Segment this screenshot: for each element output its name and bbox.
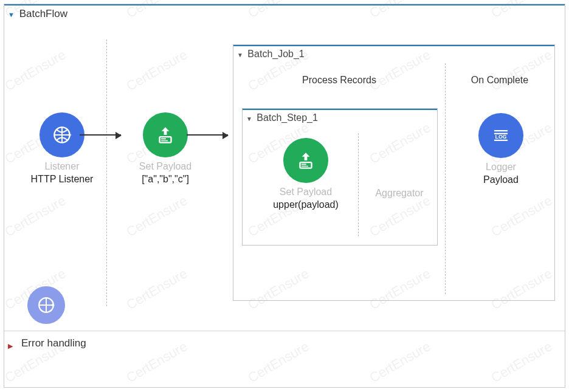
on-complete-title: On Complete — [445, 63, 554, 86]
log-icon: LOG — [478, 113, 523, 158]
batch-step-title: Batch_Step_1 — [257, 112, 318, 123]
error-handling-section[interactable]: ▶ Error handling — [4, 331, 565, 356]
step-set-payload-type: Set Payload — [257, 187, 354, 198]
flow-title: BatchFlow — [19, 8, 67, 19]
set-payload-type: Set Payload — [120, 161, 211, 172]
arrow-payload-to-batch — [187, 134, 228, 136]
listener-type: Listener — [16, 161, 108, 172]
batch-job-panel[interactable]: ▼ Batch_Job_1 Process Records On Complet… — [233, 44, 555, 301]
oncomplete-divider — [445, 63, 446, 294]
logger-node[interactable]: LOG Logger Payload — [452, 113, 550, 186]
globe-icon — [40, 112, 84, 157]
svg-text:LOG: LOG — [495, 134, 507, 140]
globe-error-icon — [27, 286, 65, 324]
batch-job-header[interactable]: ▼ Batch_Job_1 — [233, 45, 554, 61]
error-source-node[interactable] — [27, 286, 65, 328]
collapse-icon[interactable]: ▶ — [8, 342, 13, 350]
step-set-payload-node[interactable]: Set Payload upper(payload) — [257, 138, 354, 211]
set-payload-node[interactable]: Set Payload ["a","b","c"] — [120, 112, 211, 185]
batch-job-title: Batch_Job_1 — [247, 49, 304, 59]
flow-canvas: Listener HTTP Listener Set Payload ["a",… — [4, 21, 565, 331]
listener-node[interactable]: Listener HTTP Listener — [16, 112, 108, 185]
expand-icon[interactable]: ▼ — [8, 11, 15, 18]
set-payload-label: ["a","b","c"] — [120, 173, 211, 185]
batch-step-header[interactable]: ▼ Batch_Step_1 — [243, 109, 437, 125]
expand-icon[interactable]: ▼ — [237, 52, 243, 58]
arrow-listener-to-payload — [80, 134, 121, 136]
process-records-title: Process Records — [233, 63, 445, 86]
aggregator-label: Aggregator — [363, 188, 436, 199]
error-handling-label: Error handling — [21, 337, 86, 349]
svg-rect-1 — [160, 137, 171, 143]
expand-icon[interactable]: ▼ — [246, 115, 252, 122]
step-set-payload-label: upper(payload) — [257, 199, 354, 211]
flow-header[interactable]: ▼ BatchFlow — [4, 4, 565, 21]
logger-label: Payload — [452, 174, 550, 186]
payload-icon — [283, 138, 328, 183]
batch-step-panel[interactable]: ▼ Batch_Step_1 Set Payload upper(payload… — [242, 108, 438, 246]
svg-rect-2 — [300, 162, 312, 168]
logger-type: Logger — [452, 162, 550, 173]
aggregator-area: Aggregator — [363, 188, 436, 200]
flow-container: ▼ BatchFlow Listener HTTP Listener Set P… — [4, 4, 565, 388]
aggregator-divider — [358, 133, 359, 236]
payload-icon — [143, 112, 188, 157]
listener-label: HTTP Listener — [16, 173, 108, 185]
